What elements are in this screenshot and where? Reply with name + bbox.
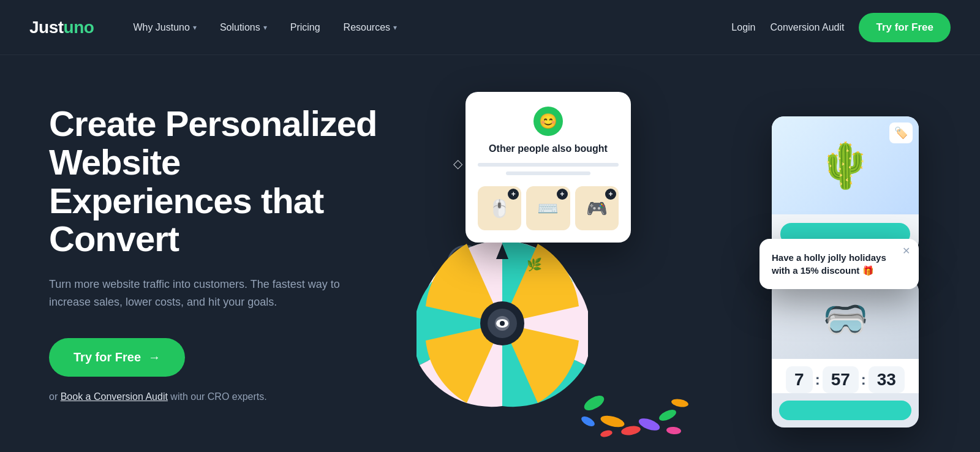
nav-links: Why Justuno ▾ Solutions ▾ Pricing Resour…	[123, 17, 731, 38]
svg-point-11	[657, 407, 677, 423]
svg-point-7	[582, 393, 606, 413]
hero-section: Create Personalized Website Experiences …	[0, 55, 980, 452]
login-link[interactable]: Login	[731, 22, 755, 33]
card-holiday: ✕ Have a holly jolly holidays with a 15%…	[760, 239, 919, 289]
countdown-minutes: 57	[823, 366, 859, 393]
svg-point-8	[600, 413, 626, 429]
card-vr-button[interactable]	[779, 401, 911, 420]
close-icon[interactable]: ✕	[902, 245, 910, 257]
diamond-decoration: ◇	[453, 156, 462, 171]
card-line-1	[478, 163, 619, 167]
hero-subtitle: Turn more website traffic into customers…	[49, 276, 343, 311]
card-avatar: 😊	[533, 107, 563, 136]
leaf-decorations	[576, 342, 698, 440]
try-for-free-nav-button[interactable]: Try for Free	[859, 13, 951, 42]
leaves-svg	[576, 342, 698, 440]
card-product-2: ⌨️ +	[526, 186, 570, 230]
spin-wheel	[417, 238, 588, 409]
countdown-separator-1: :	[815, 371, 820, 388]
arrow-right-icon: →	[148, 350, 160, 364]
card-product-3: 🎮 +	[575, 186, 619, 230]
countdown-hours: 7	[786, 366, 813, 393]
card-product-1: 🖱️ +	[478, 186, 521, 230]
svg-point-15	[666, 426, 682, 435]
string-lights: 🌿	[527, 257, 541, 272]
chevron-down-icon: ▾	[193, 23, 197, 32]
navbar: Justuno Why Justuno ▾ Solutions ▾ Pricin…	[0, 0, 980, 55]
nav-item-solutions[interactable]: Solutions ▾	[210, 17, 277, 38]
svg-point-14	[600, 429, 613, 439]
nav-item-why-justuno[interactable]: Why Justuno ▾	[123, 17, 206, 38]
countdown-separator-2: :	[861, 371, 866, 388]
countdown-seconds: 33	[869, 366, 905, 393]
hero-title: Create Personalized Website Experiences …	[49, 105, 392, 258]
card-plant-image: 🌵 🏷️	[772, 116, 919, 214]
nav-right: Login Conversion Audit Try for Free	[731, 13, 951, 42]
svg-point-13	[580, 415, 597, 428]
card-also-bought: 😊 Other people also bought 🖱️ + ⌨️ + 🎮 +	[466, 92, 631, 243]
card-vr-countdown: 🥽 7 : 57 : 33	[772, 279, 919, 428]
chevron-down-icon: ▾	[393, 23, 397, 32]
card-plant: 🌵 🏷️	[772, 116, 919, 254]
conversion-audit-link[interactable]: Conversion Audit	[770, 22, 844, 33]
svg-point-10	[637, 416, 661, 432]
card-also-bought-title: Other people also bought	[478, 143, 619, 154]
try-for-free-hero-button[interactable]: Try for Free →	[49, 338, 185, 377]
add-product-2-icon[interactable]: +	[557, 189, 568, 200]
hero-visuals: ✳ ◇ ✳ 😊 Other people also bought 🖱️ + ⌨️…	[417, 55, 931, 452]
book-audit-link[interactable]: Book a Conversion Audit	[61, 391, 168, 402]
hero-text: Create Personalized Website Experiences …	[49, 105, 392, 402]
card-line-2	[506, 171, 590, 175]
card-products: 🖱️ + ⌨️ + 🎮 +	[478, 186, 619, 230]
nav-item-resources[interactable]: Resources ▾	[334, 17, 407, 38]
card-plant-tag: 🏷️	[889, 122, 913, 143]
chevron-down-icon: ▾	[263, 23, 267, 32]
svg-point-9	[620, 424, 641, 436]
countdown-timer: 7 : 57 : 33	[772, 359, 919, 393]
add-product-1-icon[interactable]: +	[508, 189, 519, 200]
nav-item-pricing[interactable]: Pricing	[281, 17, 330, 38]
logo[interactable]: Justuno	[29, 18, 94, 37]
hero-secondary-text: or Book a Conversion Audit with our CRO …	[49, 391, 392, 402]
card-holiday-text: Have a holly jolly holidays with a 15% d…	[772, 251, 907, 277]
card-vr-image: 🥽	[772, 279, 919, 359]
add-product-3-icon[interactable]: +	[605, 189, 616, 200]
logo-part2: uno	[64, 18, 94, 37]
logo-part1: Just	[29, 18, 64, 37]
svg-point-12	[671, 398, 689, 409]
svg-point-5	[500, 321, 505, 326]
